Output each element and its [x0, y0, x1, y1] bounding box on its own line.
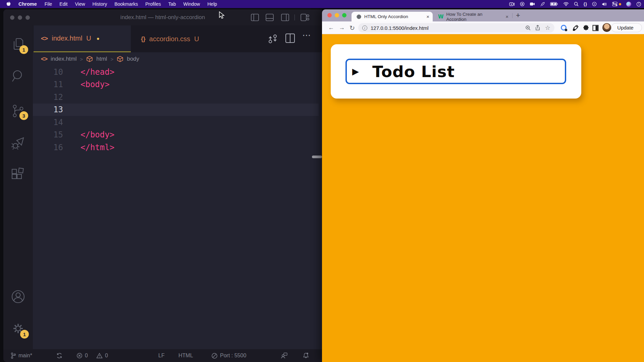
code-line[interactable]: 11<body> — [33, 78, 322, 91]
tab-label: index.html — [52, 35, 82, 42]
site-info-icon[interactable]: i — [362, 25, 367, 31]
menu-bookmarks[interactable]: Bookmarks — [111, 1, 142, 7]
breadcrumb-body[interactable]: body — [127, 56, 139, 62]
menu-tab[interactable]: Tab — [165, 1, 180, 7]
chrome-toolbar: ← → ↻ i 127.0.0.1:5500/index.html ☆ Upda… — [322, 21, 644, 34]
more-actions-icon[interactable]: ⋯ — [302, 30, 311, 41]
language-mode[interactable]: HTML — [178, 349, 193, 362]
run-debug-icon[interactable] — [11, 136, 25, 150]
tab-index-html[interactable]: <> index.html U ● — [34, 25, 131, 52]
screen-play-icon[interactable] — [592, 2, 597, 6]
error-icon — [76, 353, 83, 359]
code-line[interactable]: 15</body> — [33, 129, 322, 141]
reload-icon[interactable]: ↻ — [350, 24, 355, 32]
tab-modified-letter: U — [194, 35, 199, 43]
privacy-extension-icon[interactable] — [561, 25, 567, 31]
code-editor[interactable]: 10</head> 11<body> 12 13 14 15</body> 16… — [33, 66, 322, 349]
breadcrumb-html[interactable]: html — [96, 56, 107, 62]
live-server-port[interactable]: Port : 5500 — [211, 349, 246, 362]
spotlight-search-icon[interactable] — [574, 2, 579, 6]
zoom-icon[interactable] — [525, 25, 531, 31]
warnings-item[interactable]: 0 — [96, 349, 108, 362]
url-text[interactable]: 127.0.0.1:5500/index.html — [371, 25, 429, 31]
code-line[interactable]: 10</head> — [33, 66, 322, 78]
menu-app-name[interactable]: Chrome — [14, 1, 41, 7]
explorer-icon[interactable]: 1 — [11, 37, 25, 52]
code-line[interactable]: 14 — [33, 116, 322, 129]
back-icon[interactable]: ← — [328, 24, 334, 31]
menu-window[interactable]: Window — [179, 1, 204, 7]
css-file-icon: {} — [141, 35, 145, 43]
rocket-icon[interactable] — [540, 2, 545, 7]
screen-capture-camera-icon[interactable] — [509, 2, 515, 6]
menu-help[interactable]: Help — [204, 1, 221, 7]
address-bar[interactable]: i 127.0.0.1:5500/index.html ☆ — [358, 23, 554, 33]
customize-layout-icon[interactable] — [301, 14, 309, 21]
search-icon[interactable] — [11, 69, 25, 83]
w3schools-favicon: W — [438, 14, 444, 20]
code-line[interactable]: 16</html> — [33, 141, 322, 154]
code-line[interactable]: 12 — [33, 91, 322, 104]
clock-icon[interactable] — [636, 2, 641, 7]
errors-item[interactable]: 0 — [76, 349, 88, 362]
battery-icon[interactable] — [550, 2, 558, 6]
recording-indicator-dot — [619, 3, 621, 5]
html-file-icon: <> — [41, 56, 47, 63]
eol-indicator[interactable]: LF — [158, 349, 165, 362]
chrome-minimize-button[interactable] — [335, 13, 339, 17]
toggle-panel-icon[interactable] — [266, 14, 274, 21]
chrome-update-button[interactable]: Update — [611, 23, 642, 32]
chrome-window: HTML Only Accordion × W How To Create an… — [322, 9, 644, 362]
record-icon[interactable] — [520, 2, 525, 6]
editor-sash-handle[interactable] — [312, 156, 322, 158]
toggle-secondary-sidebar-icon[interactable] — [281, 14, 289, 21]
new-tab-button[interactable]: + — [516, 11, 520, 20]
sync-icon[interactable] — [56, 349, 62, 362]
git-branch-item[interactable]: main* — [11, 349, 32, 362]
menu-history[interactable]: History — [89, 1, 111, 7]
tab-title: How To Create an Accordion — [446, 12, 503, 22]
tab-close-icon[interactable]: × — [426, 14, 429, 19]
forward-icon[interactable]: → — [339, 24, 345, 31]
braces-icon[interactable]: { } — [584, 2, 587, 6]
settings-gear-icon[interactable]: 1 — [11, 321, 25, 336]
eyedropper-extension-icon[interactable] — [572, 25, 579, 31]
live-share-icon[interactable] — [280, 349, 288, 362]
browser-viewport: ▶ Todo List — [322, 34, 644, 362]
source-control-icon[interactable]: 3 — [11, 104, 25, 119]
video-camera-icon[interactable] — [530, 2, 535, 6]
account-icon[interactable] — [11, 289, 25, 304]
extensions-icon[interactable] — [11, 167, 25, 182]
tab-accordion-css[interactable]: {} accordion.css U — [132, 25, 233, 52]
share-icon[interactable] — [535, 25, 540, 31]
tab-close-icon[interactable]: × — [505, 14, 508, 19]
menu-edit[interactable]: Edit — [56, 1, 71, 7]
siri-icon[interactable] — [626, 2, 631, 7]
profile-avatar[interactable] — [602, 23, 611, 32]
menu-view[interactable]: View — [71, 1, 89, 7]
extensions-puzzle-icon[interactable] — [583, 25, 589, 31]
dark-mode-extension-icon[interactable] — [592, 25, 599, 31]
control-center-icon[interactable] — [612, 2, 621, 6]
menu-file[interactable]: File — [41, 1, 56, 7]
chrome-tab-active[interactable]: HTML Only Accordion × — [352, 12, 433, 21]
chrome-close-button[interactable] — [327, 13, 332, 17]
apple-menu-icon[interactable] — [0, 1, 14, 7]
disclosure-triangle-icon[interactable]: ▶ — [352, 67, 359, 76]
chrome-zoom-button[interactable] — [342, 13, 346, 17]
vscode-title-bar[interactable]: index.html — html-only-accordion — [3, 9, 322, 25]
code-line-current[interactable]: 13 — [33, 104, 319, 116]
breadcrumb[interactable]: <> index.html > html > body — [33, 52, 322, 66]
toggle-primary-sidebar-icon[interactable] — [251, 14, 259, 21]
bookmark-star-icon[interactable]: ☆ — [545, 24, 550, 32]
breadcrumb-file[interactable]: index.html — [51, 56, 76, 62]
menu-profiles[interactable]: Profiles — [142, 1, 165, 7]
wifi-icon[interactable] — [563, 2, 569, 6]
notifications-bell-icon[interactable] — [303, 349, 309, 362]
volume-icon[interactable] — [602, 2, 607, 6]
html-file-icon: <> — [41, 35, 48, 42]
open-changes-icon[interactable] — [268, 34, 278, 44]
split-editor-icon[interactable] — [285, 34, 295, 43]
accordion-summary[interactable]: ▶ Todo List — [345, 59, 566, 84]
chrome-tab-inactive[interactable]: W How To Create an Accordion × — [435, 12, 511, 21]
